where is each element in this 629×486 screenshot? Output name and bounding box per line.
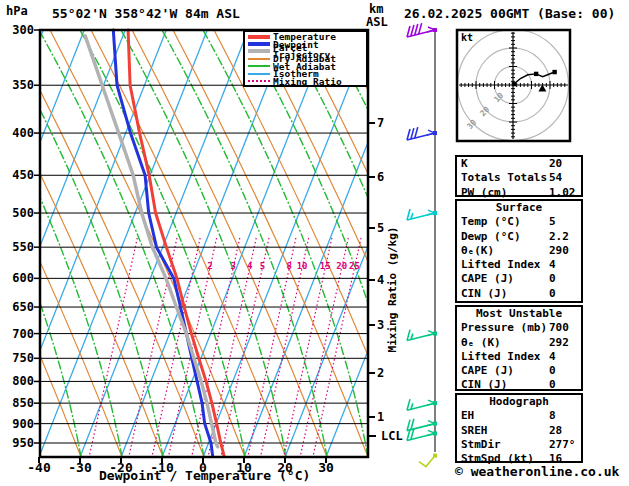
km-tick-label: 5 <box>377 221 384 235</box>
legend-label: Mixing Ratio <box>273 78 342 85</box>
stats-row: CAPE (J)0 <box>457 272 581 286</box>
storm-motion-marker <box>538 85 546 92</box>
dewpoint-curve <box>113 30 212 456</box>
stats-label: CIN (J) <box>461 378 507 391</box>
datetime-label: 26.02.2025 00GMT (Base: 00) <box>404 6 615 21</box>
stats-value: 290 <box>549 244 569 258</box>
stats-row: θₑ (K)292 <box>457 336 581 350</box>
stats-value: 0 <box>549 378 556 392</box>
pressure-tick-label: 300 <box>4 23 34 37</box>
wind-barb <box>407 399 437 410</box>
stats-row: CAPE (J)0 <box>457 364 581 378</box>
km-tick-label: 3 <box>377 318 384 332</box>
stats-row: Pressure (mb)700 <box>457 321 581 335</box>
stats-row: Totals Totals54 <box>457 171 581 185</box>
stats-value: 700 <box>549 321 569 335</box>
wind-barb <box>407 127 437 140</box>
stats-value: 8 <box>549 409 556 423</box>
stats-row: Temp (°C)5 <box>457 215 581 229</box>
stats-row: SREH28 <box>457 424 581 438</box>
pressure-tick-label: 700 <box>4 327 34 341</box>
stats-label: θₑ(K) <box>461 244 494 257</box>
stats-value: 0 <box>549 272 556 286</box>
legend-swatch <box>248 65 270 67</box>
stats-value: 4 <box>549 258 556 272</box>
pressure-tick-label: 750 <box>4 351 34 365</box>
temp-tick-label: -10 <box>142 460 182 475</box>
stats-row: Lifted Index4 <box>457 350 581 364</box>
km-tick-label: 4 <box>377 273 384 287</box>
stats-row: CIN (J)0 <box>457 378 581 392</box>
km-tick-label: 1 <box>377 410 384 424</box>
stats-box-title: Surface <box>457 201 581 215</box>
stats-row: Lifted Index4 <box>457 258 581 272</box>
pressure-tick-label: 900 <box>4 417 34 431</box>
pressure-tick-label: 550 <box>4 240 34 254</box>
pressure-tick-label: 400 <box>4 126 34 140</box>
pressure-tick-label: 850 <box>4 396 34 410</box>
stats-row: Dewp (°C)2.2 <box>457 230 581 244</box>
lcl-label: LCL <box>381 429 403 443</box>
stats-row: CIN (J)0 <box>457 287 581 301</box>
copyright-label: © weatheronline.co.uk <box>455 464 619 479</box>
mixing-ratio-value-label: 5 <box>252 261 272 271</box>
stats-box-title: Hodograph <box>457 395 581 409</box>
legend-swatch <box>248 73 270 75</box>
stats-box-title: Most Unstable <box>457 307 581 321</box>
temp-tick-label: -20 <box>101 460 141 475</box>
km-unit-label: km <box>369 2 383 16</box>
pressure-tick-label: 650 <box>4 300 34 314</box>
wind-barb <box>407 330 437 341</box>
station-title: 55°02'N 358°42'W 84m ASL <box>52 6 240 21</box>
wind-barb <box>419 454 437 467</box>
stats-label: Temp (°C) <box>461 215 521 228</box>
stats-row: θₑ(K)290 <box>457 244 581 258</box>
pressure-tick-label: 600 <box>4 271 34 285</box>
hodograph-unit-label: kt <box>461 32 473 43</box>
legend-swatch <box>248 80 270 82</box>
pressure-tick-label: 450 <box>4 168 34 182</box>
stats-box-hodograph: HodographEH8SREH28StmDir277°StmSpd (kt)1… <box>455 393 583 463</box>
stats-label: θₑ (K) <box>461 336 501 349</box>
stats-label: CAPE (J) <box>461 272 514 285</box>
mixing-ratio-axis-title: Mixing Ratio (g/kg) <box>386 220 399 360</box>
stats-value: 20 <box>549 157 562 171</box>
km-tick-label: 7 <box>377 116 384 130</box>
pressure-tick-label: 800 <box>4 374 34 388</box>
legend-swatch <box>248 49 270 53</box>
stats-row: K20 <box>457 157 581 171</box>
stats-label: CAPE (J) <box>461 364 514 377</box>
stats-box-most-unstable: Most UnstablePressure (mb)700θₑ (K)292Li… <box>455 305 583 391</box>
stats-value: 0 <box>549 287 556 301</box>
stats-box-indices: K20Totals Totals54PW (cm)1.02 <box>455 155 583 197</box>
legend-swatch <box>248 58 270 60</box>
mixing-ratio-value-label: 10 <box>292 261 312 271</box>
stats-value: 28 <box>549 424 562 438</box>
legend-swatch <box>248 35 270 39</box>
pressure-unit-label: hPa <box>6 4 28 18</box>
wind-barb <box>407 419 437 431</box>
stats-box-surface: SurfaceTemp (°C)5Dewp (°C)2.2θₑ(K)290Lif… <box>455 199 583 303</box>
temp-tick-label: -40 <box>19 460 59 475</box>
stats-label: PW (cm) <box>461 186 507 199</box>
stats-label: Totals Totals <box>461 171 547 184</box>
stats-label: Lifted Index <box>461 350 540 363</box>
pressure-tick-label: 500 <box>4 206 34 220</box>
stats-value: 54 <box>549 171 562 185</box>
stats-value: 277° <box>549 438 576 452</box>
stats-value: 0 <box>549 364 556 378</box>
pressure-tick-label: 350 <box>4 78 34 92</box>
temp-tick-label: 20 <box>265 460 305 475</box>
stats-row: PW (cm)1.02 <box>457 186 581 200</box>
stats-label: SREH <box>461 424 488 437</box>
asl-unit-label: ASL <box>366 15 388 29</box>
stats-value: 1.02 <box>549 186 576 200</box>
stats-row: StmDir277° <box>457 438 581 452</box>
stats-row: EH8 <box>457 409 581 423</box>
stats-value: 5 <box>549 215 556 229</box>
skewt-sounding-chart: hPa 55°02'N 358°42'W 84m ASL km ASL 26.0… <box>0 0 629 486</box>
stats-label: Dewp (°C) <box>461 230 521 243</box>
km-tick-label: 6 <box>377 170 384 184</box>
stats-label: Pressure (mb) <box>461 321 547 334</box>
km-tick-label: 2 <box>377 366 384 380</box>
